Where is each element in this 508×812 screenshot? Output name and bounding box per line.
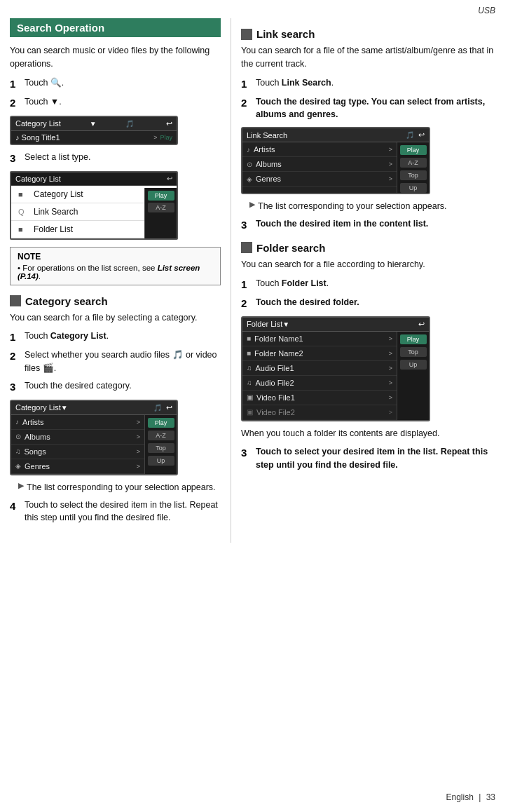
link-item-albums[interactable]: ⊙ Albums > <box>242 157 397 172</box>
step-3-num: 3 <box>10 151 21 165</box>
screen1-play: Play <box>160 134 172 141</box>
step-2-text: Touch ▼. <box>25 95 62 109</box>
link-screen-mock: Link Search 🎵 ↩ ♪ Artists > ⊙ Albums > <box>241 127 430 194</box>
folder-intro: You can search for a file according to h… <box>241 258 498 271</box>
folder-screen-list: ■ Folder Name1 > ■ Folder Name2 > ♫ Audi… <box>242 332 397 420</box>
cat-step-1: 1 Touch Category List. <box>10 330 221 344</box>
fs-top[interactable]: Top <box>400 347 427 357</box>
list-item-genres[interactable]: ◈ Genres > <box>11 459 144 474</box>
folder-when-text: When you touch a folder its contents are… <box>241 427 498 440</box>
screen2-body: ♪ Artists > ⊙ Albums > ♫ Songs > <box>11 415 177 474</box>
screen1-header: Category List ▼ 🎵 ↩ <box>11 117 177 131</box>
video1-icon: ▣ <box>247 393 253 401</box>
ls-az[interactable]: A-Z <box>400 158 427 168</box>
dropdown-sidebar: Play A-Z <box>144 188 177 238</box>
link-screen-header: Link Search 🎵 ↩ <box>242 128 429 142</box>
step-1-row: 1 Touch 🔍. <box>10 76 221 91</box>
folder-screen-arrow: ▼ <box>282 320 289 328</box>
folder-screen-sidebar: Play Top Up <box>397 332 429 420</box>
ls-play[interactable]: Play <box>400 145 427 155</box>
cat-label: Category List <box>34 189 83 199</box>
link-bullet: ▶ The list corresponding to your selecti… <box>249 200 498 213</box>
s2-play[interactable]: Play <box>148 418 174 428</box>
link-item-genres[interactable]: ◈ Genres > <box>242 172 397 187</box>
link-screen-body: ♪ Artists > ⊙ Albums > ◈ Genres > <box>242 142 429 193</box>
folder-video-1[interactable]: ▣ Video File1 > <box>242 391 397 405</box>
folder-screen-back: ↩ <box>418 320 425 329</box>
cat-bullet-text: The list corresponding to your selection… <box>27 481 216 494</box>
screen1-title: Category List <box>15 119 61 128</box>
link-label: Link Search <box>34 207 78 217</box>
folder-screen-mock: Folder List ▼ ↩ ■ Folder Name1 > ■ Folde… <box>241 316 430 421</box>
screen2-sidebar: Play A-Z Top Up <box>144 415 177 474</box>
sidebar-az[interactable]: A-Z <box>148 203 174 212</box>
folder-audio-2[interactable]: ♫ Audio File2 > <box>242 376 397 391</box>
screen1-back: ↩ <box>166 119 172 128</box>
ls-up[interactable]: Up <box>400 183 427 193</box>
folder-item-2[interactable]: ■ Folder Name2 > <box>242 346 397 361</box>
s2-az[interactable]: A-Z <box>148 431 174 440</box>
fs-up[interactable]: Up <box>400 360 427 370</box>
link-audio-icon: 🎵 <box>406 131 414 139</box>
category-section-icon <box>10 295 21 306</box>
fs-play[interactable]: Play <box>400 334 427 344</box>
link-albums-icon: ⊙ <box>247 161 252 168</box>
ls-top[interactable]: Top <box>400 170 427 180</box>
step-2-row: 2 Touch ▼. <box>10 95 221 110</box>
step-3-text: Select a list type. <box>25 151 91 164</box>
screen2-audio-icon: 🎵 <box>153 404 162 412</box>
screen1-arrow: ▼ <box>90 120 97 128</box>
footer-sep: | <box>479 792 481 802</box>
sidebar-play[interactable]: Play <box>148 191 174 201</box>
screen2-list: ♪ Artists > ⊙ Albums > ♫ Songs > <box>11 415 144 474</box>
folder-video-2[interactable]: ▣ Video File2 > <box>242 405 397 420</box>
link-artists-icon: ♪ <box>247 146 250 154</box>
link-bullet-icon: ▶ <box>249 200 255 209</box>
footer-page: 33 <box>486 792 495 802</box>
screen1-chevron: > <box>153 134 157 141</box>
header-usb-label: USB <box>478 6 495 15</box>
link-section-title: Link search <box>241 28 498 40</box>
category-intro: You can search for a file by selecting a… <box>10 311 221 325</box>
note-text: • For operations on the list screen, see <box>18 264 158 272</box>
list-item-albums[interactable]: ⊙ Albums > <box>11 430 144 445</box>
link-item-artists[interactable]: ♪ Artists > <box>242 142 397 157</box>
cat-step-2: 2 Select whether you search audio files … <box>10 349 221 375</box>
songs-icon: ♫ <box>15 447 21 455</box>
link-step-3: 3 Touch the desired item in the content … <box>241 217 498 232</box>
folder-section-icon <box>241 242 252 253</box>
footer-lang: English <box>446 792 473 802</box>
link-section-icon <box>241 29 252 40</box>
screen1-icons: 🎵 <box>125 120 138 128</box>
list-item-artists[interactable]: ♪ Artists > <box>11 415 144 430</box>
folder-audio-1[interactable]: ♫ Audio File1 > <box>242 361 397 376</box>
folder-step-1: 1 Touch Folder List. <box>241 277 498 292</box>
link-step-1: 1 Touch Link Search. <box>241 76 498 91</box>
dropdown-back: ↩ <box>167 175 172 182</box>
screen1-song: ♪ Song Title1 > Play <box>11 131 177 144</box>
link-icon: Q <box>18 208 28 216</box>
link-screen-back: ↩ <box>418 130 425 140</box>
dropdown-header-title: Category List <box>15 175 61 183</box>
page-header: USB <box>0 0 508 18</box>
cat-step-3: 3 Touch the desired category. <box>10 379 221 394</box>
folder-label: Folder List <box>34 224 73 234</box>
cat-icon: ■ <box>18 190 28 198</box>
note-box: NOTE • For operations on the list screen… <box>10 247 221 285</box>
step-1-num: 1 <box>10 76 21 91</box>
link-screen-sidebar: Play A-Z Top Up <box>397 142 429 193</box>
link-step-2: 2 Touch the desired tag type. You can se… <box>241 95 498 122</box>
screen2-mock: Category List ▼ 🎵 ↩ ♪ Artists > ⊙ Albums <box>10 400 178 475</box>
video2-icon: ▣ <box>247 408 253 416</box>
folder-item-1[interactable]: ■ Folder Name1 > <box>242 332 397 346</box>
cat-bullet: ▶ The list corresponding to your selecti… <box>18 481 221 494</box>
intro-text: You can search music or video files by t… <box>10 44 221 71</box>
s2-top[interactable]: Top <box>148 443 174 453</box>
folder-screen-header: Folder List ▼ ↩ <box>242 318 429 332</box>
list-item-songs[interactable]: ♫ Songs > <box>11 445 144 459</box>
audio2-icon: ♫ <box>247 379 252 386</box>
note-title: NOTE <box>18 252 213 262</box>
s2-up[interactable]: Up <box>148 456 174 466</box>
step-1-text: Touch 🔍. <box>25 76 64 90</box>
folder-step-2: 2 Touch the desired folder. <box>241 296 498 311</box>
